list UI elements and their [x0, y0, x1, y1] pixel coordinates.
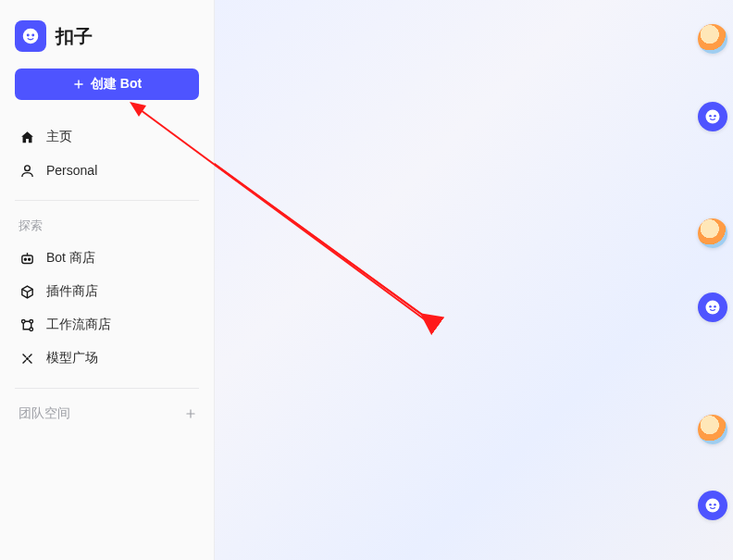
svg-point-3	[24, 165, 30, 170]
nav-home-label: 主页	[46, 129, 72, 145]
bot-face-icon	[703, 496, 722, 515]
annotation-arrow	[215, 0, 733, 560]
create-bot-button[interactable]: 创建 Bot	[15, 68, 199, 100]
svg-point-7	[21, 319, 25, 323]
svg-point-13	[706, 110, 720, 124]
brand-title: 扣子	[56, 24, 93, 49]
workflow-icon	[19, 317, 35, 333]
svg-point-16	[706, 301, 720, 315]
svg-line-11	[215, 104, 435, 324]
home-icon	[19, 129, 35, 145]
plus-icon	[184, 407, 197, 420]
plus-icon	[72, 78, 85, 91]
svg-point-9	[29, 327, 32, 330]
divider	[15, 388, 199, 389]
svg-rect-4	[21, 255, 31, 263]
add-team-button[interactable]	[182, 405, 199, 422]
sparkle-icon	[19, 350, 35, 367]
nav-model-square-label: 模型广场	[46, 350, 98, 367]
svg-point-0	[23, 29, 39, 44]
person-icon	[19, 162, 35, 179]
floating-bot-avatar[interactable]	[698, 102, 727, 131]
nav-primary: 主页 Personal	[0, 117, 214, 191]
nav-workflow-store[interactable]: 工作流商店	[7, 308, 206, 342]
floating-bot-avatar[interactable]	[698, 491, 727, 520]
nav-explore: Bot 商店 插件商店 工作流商店 模型广场	[0, 238, 214, 379]
create-bot-label: 创建 Bot	[91, 76, 142, 93]
floating-bot-avatar[interactable]	[698, 292, 727, 322]
svg-point-18	[714, 305, 716, 308]
bot-face-icon	[20, 26, 41, 46]
svg-point-17	[709, 305, 712, 308]
nav-personal-label: Personal	[46, 163, 97, 178]
nav-plugin-store[interactable]: 插件商店	[7, 275, 206, 308]
svg-point-10	[26, 357, 28, 359]
svg-point-14	[709, 115, 712, 118]
team-section: 团队空间	[0, 398, 214, 429]
svg-point-15	[714, 115, 716, 118]
main-canvas	[215, 0, 733, 560]
svg-point-2	[31, 34, 34, 37]
svg-point-1	[27, 34, 30, 37]
bot-face-icon	[703, 107, 722, 126]
svg-point-6	[28, 258, 30, 260]
brand-logo	[15, 20, 46, 52]
team-heading: 团队空间	[19, 405, 70, 422]
explore-heading: 探索	[0, 210, 214, 238]
svg-point-20	[709, 504, 712, 506]
svg-point-19	[706, 499, 720, 513]
floating-user-avatar[interactable]	[698, 24, 727, 54]
nav-bot-store[interactable]: Bot 商店	[7, 242, 206, 275]
bot-store-icon	[19, 250, 35, 267]
floating-user-avatar[interactable]	[698, 218, 727, 248]
nav-model-square[interactable]: 模型广场	[7, 342, 206, 375]
sidebar: 扣子 创建 Bot 主页 Personal 探索 Bot 商店	[0, 0, 215, 560]
nav-home[interactable]: 主页	[7, 120, 206, 154]
nav-personal[interactable]: Personal	[7, 154, 206, 187]
brand: 扣子	[0, 9, 214, 68]
floating-avatar-column	[692, 0, 727, 560]
bot-face-icon	[703, 298, 722, 317]
nav-plugin-store-label: 插件商店	[46, 283, 98, 300]
divider	[15, 200, 199, 201]
cube-icon	[19, 283, 35, 300]
floating-user-avatar[interactable]	[698, 415, 727, 444]
svg-point-5	[24, 258, 26, 260]
nav-workflow-store-label: 工作流商店	[46, 317, 111, 333]
svg-point-21	[714, 504, 716, 506]
nav-bot-store-label: Bot 商店	[46, 250, 95, 267]
svg-point-8	[29, 319, 32, 323]
